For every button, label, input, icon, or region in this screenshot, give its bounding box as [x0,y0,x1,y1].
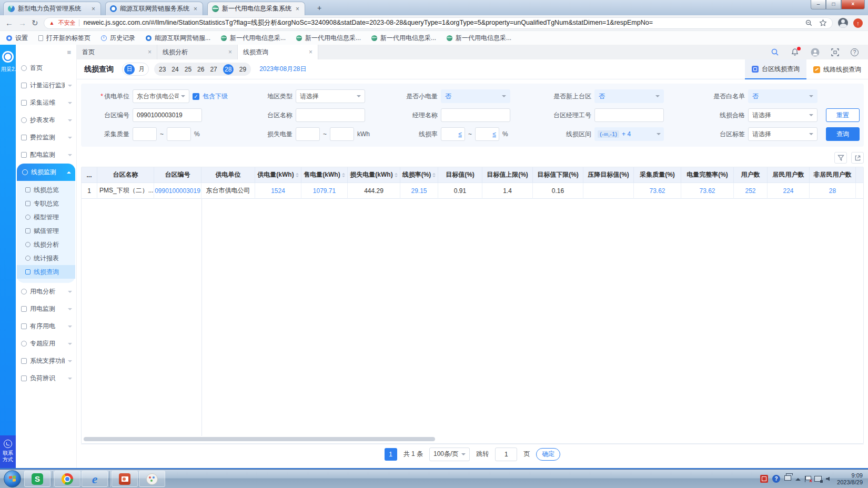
bookmark-newtab-page[interactable]: 打开新的标签页 [38,34,90,43]
sort-icon[interactable] [296,173,299,177]
date-option[interactable]: 26 [197,66,204,73]
date-option[interactable]: 29 [239,66,246,73]
user-avatar-icon[interactable] [811,48,820,57]
sidebar-item-special-apps[interactable]: 专题应用 [16,335,76,352]
loss-min-input[interactable] [296,127,320,141]
sidebar-item-collection-ops[interactable]: 采集运维 [16,94,76,111]
speaker-icon[interactable] [826,477,830,481]
column-header[interactable]: 居民用户数 [768,167,810,183]
page-size-select[interactable]: 100条/页 [429,448,470,461]
tray-ime-icon[interactable] [760,475,768,483]
sidebar-item-load-identification[interactable]: 负荷辨识 [16,370,76,387]
browser-update-icon[interactable]: ↑ [853,18,863,28]
search-button[interactable]: 查询 [826,127,860,141]
fullscreen-icon[interactable] [831,48,839,56]
search-icon[interactable] [771,48,779,56]
page-tab-loss-analysis[interactable]: 线损分析× [157,45,238,59]
taskbar-chrome[interactable] [54,471,80,487]
supply-energy-cell[interactable]: 1524 [255,183,301,199]
tray-show-hidden-icon[interactable] [795,475,801,481]
le-operator[interactable]: ≤ [458,130,462,138]
table-row[interactable]: 1 PMS_下坝（二）... 0990100003019 东台市供电公司 152… [82,183,864,199]
page-tab-loss-query-active[interactable]: 线损查询× [238,45,318,59]
rate-min-input[interactable]: ≤ [441,127,465,141]
reload-icon[interactable]: ↻ [32,19,38,27]
manager-name-input[interactable] [445,111,506,119]
bookmark-neweic-1[interactable]: 新一代用电信息采... [221,34,286,43]
column-header-sortable[interactable]: 供电量(kWh) [255,167,301,183]
sidebar-item-usage-analysis[interactable]: 用电分析 [16,283,76,300]
start-button[interactable] [4,470,21,487]
include-sub-label[interactable]: 包含下级 [203,92,228,101]
maximize-button[interactable]: □ [826,0,841,9]
jump-page-input[interactable] [495,448,517,461]
help-icon[interactable]: ? [851,48,859,56]
month-toggle[interactable]: 月 [136,64,147,75]
supply-org-select[interactable]: 东台市供电公司 [133,89,189,103]
interval-more[interactable]: + 4 [622,130,631,138]
reset-button[interactable]: 重置 [826,108,860,122]
column-header[interactable]: 目标值(%) [438,167,482,183]
security-warning-label[interactable]: 不安全 [58,19,75,27]
close-icon[interactable]: × [228,48,232,56]
browser-profile-avatar[interactable] [838,18,848,28]
le-operator[interactable]: ≤ [492,130,496,138]
close-tab-icon[interactable]: × [295,5,300,13]
date-option[interactable]: 23 [159,66,166,73]
day-toggle-selected[interactable]: 日 [124,64,135,75]
bookmark-neweic-3[interactable]: 新一代用电信息采... [371,34,436,43]
small-power-select[interactable]: 否 [441,89,510,103]
column-filter-icon[interactable] [834,152,847,164]
taskbar-paint[interactable] [139,471,165,487]
bookmark-star-icon[interactable] [819,19,827,27]
station-name-input[interactable] [300,111,361,119]
loss-interval-select[interactable]: (-∞,-1) + 4 [594,127,664,141]
nonresident-count-cell[interactable]: 28 [810,183,856,199]
selected-date-text[interactable]: 2023年08月28日 [259,65,306,74]
station-tag-select[interactable]: 请选择 [748,127,817,141]
sidebar-item-system-support[interactable]: 系统支撑功能 [16,352,76,370]
submenu-loss-query-selected[interactable]: 线损查询 [17,265,75,279]
contact-block[interactable]: 联系方式 [0,435,16,468]
tab-station-loss-query[interactable]: 台区线损查询 [745,59,806,79]
column-header[interactable]: 台区编号 [154,167,201,183]
date-option[interactable]: 27 [210,66,217,73]
address-bar[interactable]: ▲ 不安全 neweic.js.sgcc.com.cn/#/llm/line/S… [44,17,833,29]
sort-icon[interactable] [342,173,345,177]
column-header[interactable]: 电量完整率(%) [681,167,734,183]
sidebar-item-fee-control[interactable]: 费控监测 [16,129,76,146]
taskbar-clock[interactable]: 9:09 2023/8/29 [835,472,863,486]
column-header-more[interactable]: ... [82,167,97,183]
page-1-button[interactable]: 1 [385,448,397,461]
taskbar-ie[interactable]: e [82,471,108,487]
sidebar-item-line-loss-monitor[interactable]: 线损监测 [17,164,75,181]
sold-energy-cell[interactable]: 1079.71 [301,183,348,199]
date-option[interactable]: 24 [171,66,178,73]
network-icon[interactable] [814,476,822,482]
submenu-specialist-overview[interactable]: 专职总览 [17,197,75,210]
confirm-button[interactable]: 确定 [536,448,560,461]
sidebar-item-metering[interactable]: 计量运行监测 [16,77,76,94]
column-header[interactable]: 采集质量(%) [634,167,681,183]
browser-tab-3-active[interactable]: 新一代用电信息采集系统 × [207,2,305,15]
sidebar-item-home[interactable]: 首页 [16,59,76,77]
bookmark-marketing[interactable]: 能源互联网营销服... [146,34,210,43]
manager-no-input[interactable] [599,111,660,119]
close-tab-icon[interactable]: × [193,5,198,13]
submenu-loss-analysis[interactable]: 线损分析 [17,238,75,251]
zoom-icon[interactable] [805,19,813,27]
sidebar-item-orderly-usage[interactable]: 有序用电 [16,318,76,335]
submenu-loss-overview[interactable]: 线损总览 [17,183,75,197]
column-header-sortable[interactable]: 线损率(%) [400,167,438,183]
browser-tab-1[interactable]: 新型电力负荷管理系统 × [3,2,101,15]
user-count-cell[interactable]: 252 [734,183,768,199]
close-icon[interactable]: × [148,48,152,56]
tab-line-loss-query[interactable]: 线路线损查询 [806,59,868,79]
scrollbar-thumb[interactable] [84,437,435,441]
column-header-sortable[interactable]: 售电量(kWh) [301,167,348,183]
loss-max-input[interactable] [330,127,354,141]
bookmark-neweic-4[interactable]: 新一代用电信息采... [447,34,511,43]
submenu-assignment-mgmt[interactable]: 赋值管理 [17,224,75,238]
date-option-selected[interactable]: 28 [223,64,234,75]
submenu-statistics-report[interactable]: 统计报表 [17,251,75,265]
